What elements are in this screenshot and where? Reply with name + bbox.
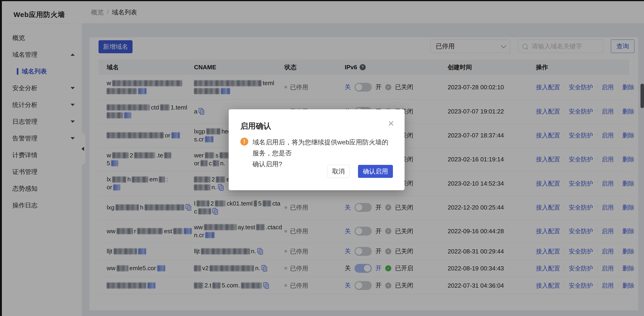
app-root: Web应用防火墙 概览域名管理域名列表安全分析统计分析日志管理告警管理计费详情证… (0, 0, 644, 316)
dialog-message: 域名启用后，将为您继续提供web应用防火墙的服务，您是否 确认启用? (252, 137, 392, 169)
close-icon[interactable]: ✕ (388, 120, 394, 127)
dialog-message-line1: 域名启用后，将为您继续提供web应用防火墙的服务，您是否 (252, 137, 392, 158)
dialog-title: 启用确认 (240, 121, 271, 131)
dialog-buttons: 取消 确认启用 (327, 165, 393, 178)
cancel-button[interactable]: 取消 (327, 165, 350, 178)
enable-confirm-dialog: 启用确认 ✕ ! 域名启用后，将为您继续提供web应用防火墙的服务，您是否 确认… (229, 109, 404, 190)
warning-icon: ! (240, 138, 248, 146)
scrollbar-thumb[interactable] (640, 84, 644, 108)
confirm-enable-button[interactable]: 确认启用 (358, 165, 393, 178)
